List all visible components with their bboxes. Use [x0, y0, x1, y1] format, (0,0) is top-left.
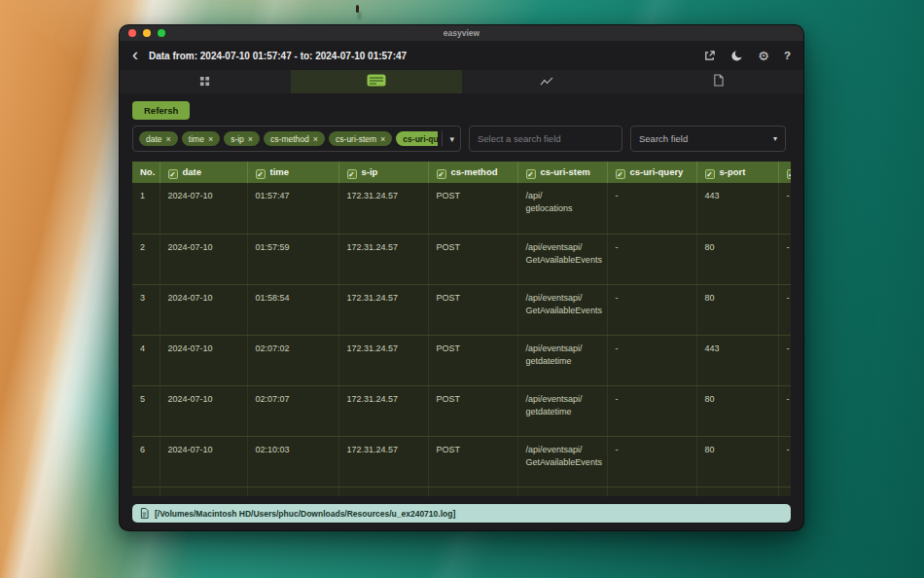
log-table-body: 12024-07-1001:57:47172.31.24.57POST/api/…: [132, 183, 791, 496]
column-header-time[interactable]: ✓time: [247, 162, 338, 183]
search-field-select[interactable]: Search field ▾: [630, 126, 786, 152]
document-icon: [713, 73, 724, 90]
table-row[interactable]: 72024-07-1002:35:37172.31.24.57POST/api/…: [132, 487, 791, 496]
filter-chips-box: date×time×s-ip×cs-method×cs-uri-stem×cs-…: [132, 126, 461, 152]
table-cell: POST: [428, 385, 517, 436]
export-icon[interactable]: [703, 50, 716, 62]
field-select-value: Search field: [639, 133, 688, 144]
table-cell: 80: [696, 284, 778, 335]
refresh-button[interactable]: Refersh: [132, 101, 190, 120]
table-cell: /api/eventsapi/ GetAvailableEvents: [517, 436, 607, 487]
app-header: ‹ Data from: 2024-07-10 01:57:47 - to: 2…: [120, 41, 803, 70]
column-header-cs-method[interactable]: ✓cs-method: [428, 162, 517, 183]
column-label: time: [270, 166, 290, 177]
log-table-container: No.✓date✓time✓s-ip✓cs-method✓cs-uri-stem…: [132, 162, 791, 496]
table-cell: 5: [132, 385, 160, 436]
table-cell: -: [778, 436, 791, 487]
chip-remove-icon[interactable]: ×: [313, 134, 318, 144]
column-checkbox-icon[interactable]: ✓: [347, 169, 357, 179]
table-cell: -: [607, 436, 696, 487]
column-header-No.[interactable]: No.: [132, 162, 160, 183]
toolbar-row: Refersh: [120, 93, 803, 120]
column-checkbox-icon[interactable]: ✓: [616, 169, 625, 179]
table-row[interactable]: 22024-07-1001:57:59172.31.24.57POST/api/…: [132, 234, 791, 284]
search-input[interactable]: [469, 126, 622, 152]
table-cell: 2024-07-10: [160, 335, 247, 385]
table-cell: /api/ getlocations: [517, 183, 607, 234]
column-checkbox-icon[interactable]: ✓: [705, 169, 715, 179]
table-cell: 3: [132, 284, 160, 335]
filter-chip-cs-uri-stem[interactable]: cs-uri-stem×: [329, 131, 392, 146]
chip-remove-icon[interactable]: ×: [208, 134, 213, 144]
chip-remove-icon[interactable]: ×: [380, 134, 385, 144]
file-icon: [140, 508, 149, 519]
chip-remove-icon[interactable]: ×: [166, 134, 171, 144]
table-cell: 1: [132, 183, 160, 234]
table-row[interactable]: 42024-07-1002:07:02172.31.24.57POST/api/…: [132, 335, 791, 385]
column-checkbox-icon[interactable]: ✓: [526, 169, 536, 179]
table-row[interactable]: 12024-07-1001:57:47172.31.24.57POST/api/…: [132, 183, 791, 234]
column-header-extra[interactable]: ✓: [778, 162, 791, 183]
table-row[interactable]: 32024-07-1001:58:54172.31.24.57POST/api/…: [132, 284, 791, 335]
tab-table-view[interactable]: [291, 70, 462, 93]
table-cell: /api/eventsapi/ getdatetime: [517, 335, 607, 385]
table-cell: 172.31.24.57: [338, 183, 428, 234]
column-label: date: [183, 166, 202, 177]
table-row[interactable]: 62024-07-1002:10:03172.31.24.57POST/api/…: [132, 436, 791, 487]
column-checkbox-icon[interactable]: ✓: [168, 169, 178, 179]
filter-chip-cs-method[interactable]: cs-method×: [264, 131, 325, 146]
settings-gear-icon[interactable]: ⚙: [758, 49, 769, 63]
table-cell: -: [607, 183, 696, 234]
tab-bar: [120, 70, 803, 93]
table-cell: POST: [428, 183, 517, 234]
chips-dropdown-caret-icon[interactable]: ▾: [442, 131, 454, 146]
table-cell: 2024-07-10: [160, 234, 247, 284]
column-header-cs-uri-query[interactable]: ✓cs-uri-query: [607, 162, 696, 183]
chip-label: cs-uri-query: [403, 134, 438, 144]
help-icon[interactable]: ?: [784, 50, 791, 61]
column-checkbox-icon[interactable]: ✓: [787, 169, 792, 179]
dark-mode-moon-icon[interactable]: [730, 50, 743, 62]
line-chart-icon: [540, 73, 554, 90]
table-cell: -: [607, 335, 696, 385]
table-view-icon: [367, 73, 386, 90]
table-cell: -: [778, 183, 791, 234]
filter-chips: date×time×s-ip×cs-method×cs-uri-stem×cs-…: [139, 131, 438, 146]
table-cell: 01:57:47: [247, 183, 338, 234]
table-cell: -: [778, 335, 791, 385]
table-cell: POST: [428, 234, 517, 284]
filter-chip-date[interactable]: date×: [139, 131, 178, 146]
column-header-cs-uri-stem[interactable]: ✓cs-uri-stem: [517, 162, 607, 183]
table-row[interactable]: 52024-07-1002:07:07172.31.24.57POST/api/…: [132, 385, 791, 436]
window-titlebar[interactable]: easyview: [120, 25, 803, 41]
column-label: No.: [140, 166, 155, 177]
column-header-s-ip[interactable]: ✓s-ip: [338, 162, 428, 183]
filter-chip-s-ip[interactable]: s-ip×: [224, 131, 260, 146]
back-icon[interactable]: ‹: [132, 46, 138, 63]
column-checkbox-icon[interactable]: ✓: [437, 169, 446, 179]
column-header-s-port[interactable]: ✓s-port: [696, 162, 778, 183]
table-cell: 172.31.24.57: [338, 284, 428, 335]
tab-dashboard[interactable]: [120, 70, 291, 93]
filter-chip-cs-uri-query[interactable]: cs-uri-query×: [396, 131, 438, 146]
table-cell: -: [607, 487, 696, 496]
tab-chart[interactable]: [462, 70, 633, 93]
easyview-window: easyview ‹ Data from: 2024-07-10 01:57:4…: [119, 24, 804, 531]
table-cell: -: [778, 385, 791, 436]
filter-chip-time[interactable]: time×: [182, 131, 220, 146]
column-header-date[interactable]: ✓date: [160, 162, 247, 183]
log-table: No.✓date✓time✓s-ip✓cs-method✓cs-uri-stem…: [132, 162, 791, 496]
chip-remove-icon[interactable]: ×: [248, 134, 253, 144]
table-cell: /api/eventsapi/: [517, 487, 607, 496]
column-label: cs-method: [451, 166, 498, 177]
chip-label: cs-uri-stem: [336, 134, 376, 144]
table-header-row: No.✓date✓time✓s-ip✓cs-method✓cs-uri-stem…: [132, 162, 791, 183]
chip-label: time: [189, 134, 204, 144]
filter-row: date×time×s-ip×cs-method×cs-uri-stem×cs-…: [120, 120, 803, 152]
tab-report[interactable]: [632, 70, 803, 93]
table-cell: /api/eventsapi/ GetAvailableEvents: [517, 284, 607, 335]
column-checkbox-icon[interactable]: ✓: [256, 169, 266, 179]
grid-icon: [199, 73, 210, 90]
column-label: cs-uri-query: [630, 166, 684, 177]
table-cell: POST: [428, 487, 517, 496]
